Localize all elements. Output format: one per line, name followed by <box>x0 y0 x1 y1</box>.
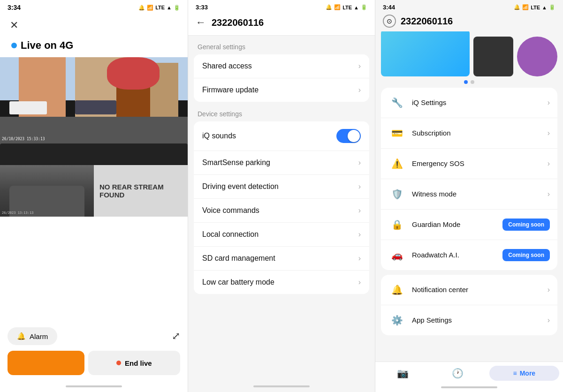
roadwatch-ai-item[interactable]: 🚗 Roadwatch A.I. Coming soon <box>381 240 557 270</box>
alarm-expand-row: 🔔 Alarm ⤢ <box>8 327 180 345</box>
panel-settings: 3:33 🔔 📶 LTE ▲ 🔋 ← 2322060116 General se… <box>188 0 375 392</box>
more-label: More <box>520 369 535 377</box>
guardian-mode-item[interactable]: 🔒 Guardian Mode Coming soon <box>381 210 557 240</box>
iq-settings-item[interactable]: 🔧 iQ Settings › <box>381 88 557 118</box>
nav-more[interactable]: ≡ More <box>489 366 559 381</box>
end-live-button[interactable]: End live <box>88 351 180 375</box>
expand-icon[interactable]: ⤢ <box>172 330 180 342</box>
iq-settings-arrow: › <box>548 98 550 107</box>
home-indicator-2 <box>188 381 375 392</box>
witness-mode-text: Witness mode <box>412 190 548 198</box>
emergency-sos-icon: ⚠️ <box>388 155 405 172</box>
witness-mode-label: Witness mode <box>412 190 456 198</box>
panel-live-view: 3:34 🔔 📶 LTE ▲ 🔋 ✕ Live on 4G <box>0 0 188 392</box>
app-settings-label: App Settings <box>412 316 452 324</box>
rear-interior <box>0 165 94 217</box>
iq-sounds-toggle[interactable] <box>336 129 361 143</box>
iq-settings-text: iQ Settings <box>412 98 548 107</box>
bottom-nav: 📷 🕐 ≡ More <box>375 362 563 383</box>
roadwatch-ai-text: Roadwatch A.I. <box>412 251 502 259</box>
notification-center-icon: 🔔 <box>388 281 405 298</box>
features-card: 🔧 iQ Settings › 💳 Subscription › ⚠️ Emer… <box>381 88 557 270</box>
driving-event-label: Driving event detection <box>202 182 279 191</box>
iq-sounds-label: iQ sounds <box>202 132 236 140</box>
network-label-2: LTE <box>342 5 352 10</box>
battery-icon-1: 🔋 <box>174 5 180 11</box>
wifi-icon: 📶 <box>147 5 153 11</box>
toggle-knob <box>348 130 360 142</box>
voice-commands-arrow: › <box>358 206 361 215</box>
car1 <box>9 101 47 114</box>
alarm-button[interactable]: 🔔 Alarm <box>8 327 57 345</box>
driving-event-item[interactable]: Driving event detection › <box>194 175 369 199</box>
car2 <box>75 100 116 114</box>
subscription-text: Subscription <box>412 129 548 137</box>
general-settings-card: Shared access › Firmware update › <box>194 54 369 102</box>
close-button[interactable]: ✕ <box>6 17 23 34</box>
status-icons-1: 🔔 📶 LTE ▲ 🔋 <box>138 5 180 11</box>
time-2: 3:33 <box>196 4 208 11</box>
shared-access-arrow: › <box>358 62 361 70</box>
notification-center-arrow: › <box>548 286 550 294</box>
battery-icon-3: 🔋 <box>549 4 555 10</box>
home-bar-3 <box>441 386 497 388</box>
app-settings-item[interactable]: ⚙️ App Settings › <box>381 305 557 335</box>
low-battery-item[interactable]: Low car battery mode › <box>194 271 369 294</box>
history-nav-icon: 🕐 <box>452 368 464 379</box>
notification-center-item[interactable]: 🔔 Notification center › <box>381 275 557 305</box>
nav-camera[interactable]: 📷 <box>375 366 430 381</box>
guardian-mode-label: Guardian Mode <box>412 220 460 228</box>
dot-2[interactable] <box>471 80 474 84</box>
device-settings-card: iQ sounds SmartSense parking › Driving e… <box>194 121 369 294</box>
live-controls-row: End live <box>8 351 180 375</box>
notification-icon-3: 🔔 <box>514 4 520 10</box>
app-settings-icon: ⚙️ <box>388 312 405 329</box>
shared-access-item[interactable]: Shared access › <box>194 54 369 78</box>
firmware-update-item[interactable]: Firmware update › <box>194 78 369 102</box>
carousel-image-2 <box>473 37 514 76</box>
bell-icon: 🔔 <box>17 332 26 340</box>
live-dot <box>11 43 17 48</box>
emergency-sos-item[interactable]: ⚠️ Emergency SOS › <box>381 149 557 179</box>
dot-1[interactable] <box>464 80 468 84</box>
subscription-icon: 💳 <box>388 125 405 142</box>
home-indicator-1 <box>0 381 188 392</box>
carousel-area <box>381 31 557 88</box>
rear-camera-view: 26/2023 13:13:13 <box>0 165 94 217</box>
orange-action-button[interactable] <box>8 351 84 375</box>
subscription-arrow: › <box>548 129 550 137</box>
settings-list: General settings Shared access › Firmwar… <box>188 36 375 381</box>
live-indicator: Live on 4G <box>0 38 188 57</box>
battery-icon-2: 🔋 <box>361 4 367 10</box>
emergency-sos-arrow: › <box>548 159 550 168</box>
notification-center-label: Notification center <box>412 286 468 294</box>
live-title: Live on 4G <box>21 39 73 52</box>
sd-card-arrow: › <box>358 254 361 263</box>
red-dot <box>116 361 121 365</box>
rear-camera-feed: 26/2023 13:13:13 NO REAR STREAM FOUND <box>0 165 188 217</box>
street-scene: 26/10/2023 15:33:13 <box>0 57 188 165</box>
wifi-icon-2: 📶 <box>334 4 341 10</box>
low-battery-label: Low car battery mode <box>202 278 274 286</box>
general-settings-label: General settings <box>188 36 375 54</box>
panel2-title: 2322060116 <box>212 17 264 28</box>
guardian-mode-text: Guardian Mode <box>412 220 502 229</box>
subscription-item[interactable]: 💳 Subscription › <box>381 118 557 149</box>
smartsense-parking-item[interactable]: SmartSense parking › <box>194 151 369 175</box>
firmware-update-label: Firmware update <box>202 86 259 94</box>
local-connection-item[interactable]: Local connection › <box>194 223 369 247</box>
back-arrow[interactable]: ← <box>196 16 206 29</box>
status-bar-2: 3:33 🔔 📶 LTE ▲ 🔋 <box>188 0 375 13</box>
notification-center-text: Notification center <box>412 286 548 294</box>
witness-mode-item[interactable]: 🛡️ Witness mode › <box>381 179 557 210</box>
guardian-coming-soon-badge: Coming soon <box>502 219 550 231</box>
sd-card-item[interactable]: SD card management › <box>194 247 369 271</box>
status-icons-3: 🔔 📶 LTE ▲ 🔋 <box>514 4 555 10</box>
witness-mode-icon: 🛡️ <box>388 186 405 203</box>
nav-history[interactable]: 🕐 <box>430 366 485 381</box>
voice-commands-item[interactable]: Voice commands › <box>194 199 369 223</box>
end-live-label: End live <box>125 359 152 367</box>
device-icon: ⊙ <box>383 15 396 28</box>
bottom-controls: 🔔 Alarm ⤢ End live <box>0 322 188 381</box>
iq-sounds-item[interactable]: iQ sounds <box>194 121 369 151</box>
